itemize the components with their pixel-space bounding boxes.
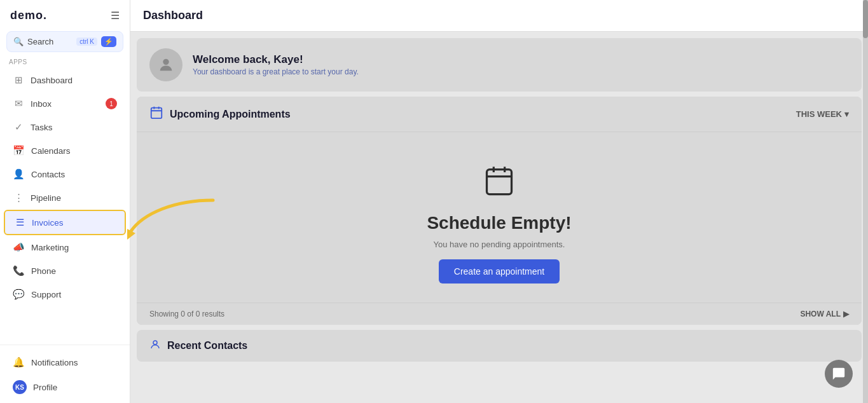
inbox-icon: ✉ xyxy=(13,98,24,109)
recent-contacts-title: Recent Contacts xyxy=(167,340,247,352)
sidebar: demo. ☰ 🔍 Search ctrl K ⚡ Apps ⊞ Dashboa… xyxy=(0,0,130,403)
search-icon: 🔍 xyxy=(13,37,24,46)
appointments-footer: Showing 0 of 0 results SHOW ALL ▶ xyxy=(137,303,862,325)
sidebar-item-pipeline[interactable]: ⋮ Pipeline xyxy=(4,186,126,209)
support-icon: 💬 xyxy=(13,289,25,300)
sidebar-item-invoices[interactable]: ☰ Invoices xyxy=(4,210,126,235)
pipeline-icon: ⋮ xyxy=(13,192,24,203)
notifications-icon: 🔔 xyxy=(13,357,25,368)
this-week-label: THIS WEEK xyxy=(796,109,842,119)
sidebar-item-label: Tasks xyxy=(31,123,53,132)
sidebar-item-calendars[interactable]: 📅 Calendars xyxy=(4,139,126,162)
phone-icon: 📞 xyxy=(13,265,25,277)
sidebar-item-label: Calendars xyxy=(31,146,71,156)
appointments-header-left: Upcoming Appointments xyxy=(149,106,291,123)
avatar xyxy=(149,48,183,81)
appointments-title: Upcoming Appointments xyxy=(170,109,291,120)
sidebar-item-inbox[interactable]: ✉ Inbox 1 xyxy=(4,92,126,115)
main-scroll: Welcome back, Kaye! Your dashboard is a … xyxy=(130,32,868,403)
sidebar-bottom: 🔔 Notifications KS Profile xyxy=(0,345,130,403)
sidebar-item-profile[interactable]: KS Profile xyxy=(4,374,126,400)
inbox-badge: 1 xyxy=(106,98,117,109)
empty-schedule-title: Schedule Empty! xyxy=(427,213,571,233)
welcome-card: Welcome back, Kaye! Your dashboard is a … xyxy=(137,38,862,92)
svg-rect-6 xyxy=(487,170,512,195)
scrollbar[interactable] xyxy=(863,0,868,403)
appointments-card: Upcoming Appointments THIS WEEK ▾ Schedu… xyxy=(137,97,862,325)
sidebar-item-contacts[interactable]: 👤 Contacts xyxy=(4,163,126,186)
profile-icon: KS xyxy=(13,380,27,394)
search-bar[interactable]: 🔍 Search ctrl K ⚡ xyxy=(6,31,123,52)
recent-contacts-icon xyxy=(149,339,161,353)
menu-icon[interactable]: ☰ xyxy=(111,10,120,22)
chat-bubble[interactable] xyxy=(825,360,853,388)
sidebar-item-marketing[interactable]: 📣 Marketing xyxy=(4,236,126,259)
sidebar-item-label: Profile xyxy=(33,383,57,392)
sidebar-item-notifications[interactable]: 🔔 Notifications xyxy=(4,351,126,374)
nav-items: ⊞ Dashboard ✉ Inbox 1 ✓ Tasks 📅 Calendar… xyxy=(0,68,130,345)
sidebar-logo: demo. ☰ xyxy=(0,0,130,29)
show-all-label: SHOW ALL xyxy=(800,310,841,318)
apps-label: Apps xyxy=(0,57,130,68)
empty-schedule: Schedule Empty! You have no pending appo… xyxy=(137,132,862,303)
appointments-header: Upcoming Appointments THIS WEEK ▾ xyxy=(137,97,862,132)
welcome-text: Welcome back, Kaye! Your dashboard is a … xyxy=(193,53,359,76)
create-appointment-button[interactable]: Create an appointment xyxy=(439,259,560,283)
show-all-icon: ▶ xyxy=(843,310,849,318)
this-week-button[interactable]: THIS WEEK ▾ xyxy=(796,109,849,119)
calendars-icon: 📅 xyxy=(13,145,25,156)
sidebar-item-label: Inbox xyxy=(31,99,52,109)
chevron-down-icon: ▾ xyxy=(844,109,849,119)
marketing-icon: 📣 xyxy=(13,242,25,253)
scrollbar-thumb[interactable] xyxy=(863,0,868,38)
svg-rect-2 xyxy=(151,108,162,119)
welcome-subtitle: Your dashboard is a great place to start… xyxy=(193,67,359,76)
page-title: Dashboard xyxy=(130,0,868,32)
recent-contacts-card: Recent Contacts xyxy=(137,330,862,362)
main-content: Dashboard Welcome back, Kaye! Your dashb… xyxy=(130,0,868,403)
sidebar-item-phone[interactable]: 📞 Phone xyxy=(4,259,126,282)
empty-calendar-icon xyxy=(483,164,516,204)
sidebar-item-label: Support xyxy=(31,290,61,299)
sidebar-item-label: Marketing xyxy=(31,243,69,252)
sidebar-item-label: Pipeline xyxy=(31,193,61,203)
sidebar-item-tasks[interactable]: ✓ Tasks xyxy=(4,116,126,139)
sidebar-item-label: Contacts xyxy=(31,170,65,179)
sidebar-item-support[interactable]: 💬 Support xyxy=(4,283,126,306)
dashboard-icon: ⊞ xyxy=(13,74,24,86)
show-all-button[interactable]: SHOW ALL ▶ xyxy=(800,310,849,318)
sidebar-item-label: Invoices xyxy=(32,218,64,228)
sidebar-item-label: Dashboard xyxy=(31,76,72,85)
search-bolt: ⚡ xyxy=(101,36,116,47)
tasks-icon: ✓ xyxy=(13,121,24,133)
empty-schedule-subtitle: You have no pending appointments. xyxy=(434,240,565,249)
showing-results: Showing 0 of 0 results xyxy=(149,310,224,318)
appointments-calendar-icon xyxy=(149,106,163,123)
contacts-icon: 👤 xyxy=(13,168,25,180)
svg-point-10 xyxy=(153,341,157,345)
sidebar-item-dashboard[interactable]: ⊞ Dashboard xyxy=(4,69,126,92)
sidebar-item-label: Notifications xyxy=(31,358,78,367)
sidebar-item-label: Phone xyxy=(31,266,56,276)
logo: demo. xyxy=(10,9,47,22)
welcome-title: Welcome back, Kaye! xyxy=(193,53,359,66)
search-shortcut: ctrl K xyxy=(76,38,97,46)
invoices-icon: ☰ xyxy=(14,217,25,228)
svg-point-1 xyxy=(163,59,169,65)
search-label: Search xyxy=(27,37,72,46)
